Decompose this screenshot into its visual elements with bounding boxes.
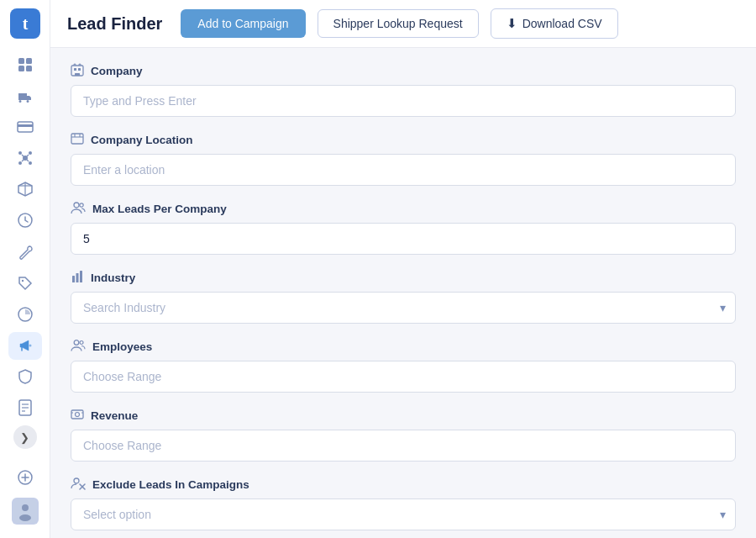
svg-rect-44 [71,410,83,419]
sidebar-bottom [8,461,42,530]
company-icon [71,63,84,79]
industry-icon [71,270,84,286]
sidebar-item-truck[interactable] [8,82,42,109]
revenue-icon [71,408,84,424]
company-location-label: Company Location [71,132,736,148]
svg-point-11 [18,161,22,165]
sidebar-item-clock[interactable] [8,207,42,235]
svg-rect-34 [78,68,81,71]
svg-rect-33 [74,68,76,71]
svg-line-13 [22,155,24,156]
svg-point-21 [21,280,23,282]
sidebar-item-integrations[interactable] [8,145,42,172]
svg-line-15 [22,160,24,161]
sidebar-expand-button[interactable]: ❯ [13,425,37,449]
app-logo[interactable]: t [10,8,40,39]
svg-point-43 [80,341,83,345]
company-group: Company [71,63,736,117]
svg-point-12 [29,161,32,165]
svg-point-38 [80,203,83,207]
svg-point-31 [19,514,31,521]
sidebar-item-tools[interactable] [8,238,42,266]
svg-rect-41 [80,271,82,282]
industry-label: Industry [71,270,736,286]
industry-group: Industry ▾ [71,270,736,324]
employees-group: Employees [71,339,736,393]
svg-rect-36 [71,134,83,144]
svg-rect-3 [26,58,32,64]
location-icon [71,132,84,148]
revenue-group: Revenue [71,408,736,462]
user-avatar[interactable] [12,498,39,525]
svg-point-30 [22,504,29,511]
sidebar-item-document[interactable] [8,394,42,422]
sidebar-item-box[interactable] [8,176,42,203]
industry-select-wrapper: ▾ [71,292,736,324]
page-title: Lead Finder [67,14,162,34]
svg-point-48 [74,478,79,483]
employees-label: Employees [71,339,736,355]
revenue-label: Revenue [71,408,736,424]
sidebar: t ❯ [0,0,50,538]
svg-rect-5 [26,66,32,71]
svg-point-23 [29,345,31,347]
svg-line-16 [27,160,29,161]
download-icon: ⬇ [507,16,517,31]
header: Lead Finder Add to Campaign Shipper Look… [50,0,756,48]
svg-line-14 [27,155,29,156]
shipper-lookup-button[interactable]: Shipper Lookup Request [318,9,479,38]
industry-input[interactable] [71,292,736,324]
svg-text:t: t [22,14,28,33]
sidebar-item-analytics[interactable] [8,300,42,328]
employees-input[interactable] [71,361,736,393]
svg-rect-35 [75,73,80,76]
svg-rect-40 [76,273,79,282]
sidebar-item-megaphone[interactable] [8,332,42,360]
download-csv-button[interactable]: ⬇ Download CSV [491,8,618,39]
form-area: Company Company Location Max Leads Per C… [50,48,756,538]
sidebar-item-shield[interactable] [8,363,42,391]
svg-rect-7 [18,124,33,127]
svg-rect-2 [18,58,24,64]
svg-point-37 [74,203,79,208]
sidebar-item-add[interactable] [8,461,42,494]
sidebar-item-card[interactable] [8,113,42,140]
sidebar-item-home[interactable] [8,50,42,78]
add-to-campaign-button[interactable]: Add to Campaign [181,9,305,38]
company-location-input[interactable] [71,154,736,186]
svg-point-9 [18,151,22,155]
revenue-input[interactable] [71,430,736,462]
company-input[interactable] [71,85,736,117]
company-location-group: Company Location [71,132,736,186]
sidebar-item-tag[interactable] [8,269,42,297]
svg-rect-39 [72,276,75,282]
exclude-leads-group: Exclude Leads In Campaigns ▾ [71,477,736,530]
svg-rect-4 [18,66,24,71]
max-leads-input[interactable] [71,223,736,255]
max-leads-label: Max Leads Per Company [71,201,736,217]
company-label: Company [71,63,736,79]
employees-icon [71,339,86,355]
svg-point-42 [74,340,79,345]
svg-point-10 [29,151,32,155]
max-leads-group: Max Leads Per Company [71,201,736,255]
exclude-leads-input[interactable] [71,498,736,530]
exclude-icon [71,477,86,493]
main-content: Lead Finder Add to Campaign Shipper Look… [50,0,756,538]
exclude-leads-label: Exclude Leads In Campaigns [71,477,736,493]
exclude-leads-select-wrapper: ▾ [71,498,736,530]
people-icon [71,201,86,217]
svg-point-45 [76,413,80,417]
